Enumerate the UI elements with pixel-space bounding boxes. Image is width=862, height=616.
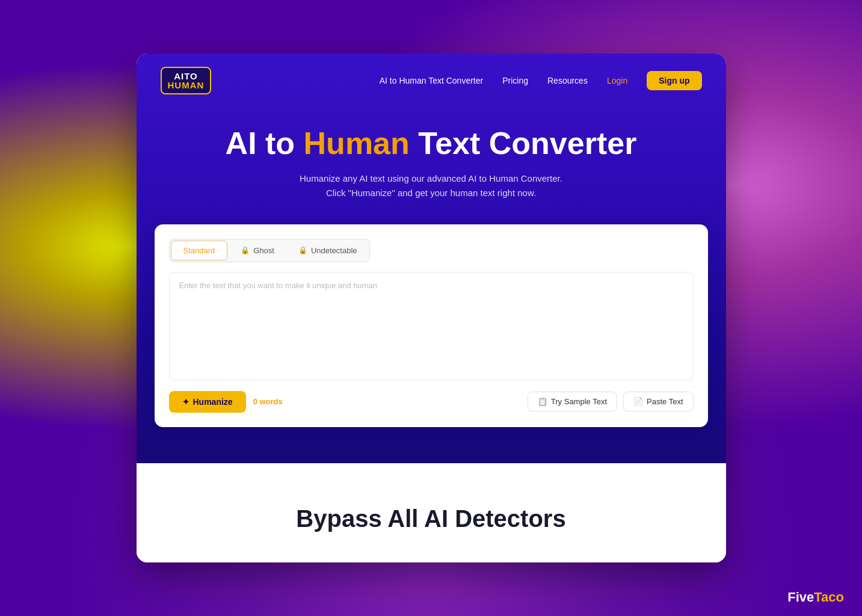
logo-aito: AITO <box>174 72 198 81</box>
hero: AI to Human Text Converter Humanize any … <box>137 108 726 224</box>
word-count-suffix: words <box>257 397 283 406</box>
nav-resources-link[interactable]: Resources <box>547 76 588 85</box>
logo-box: AITO HUMAN <box>161 67 212 94</box>
nav-links: AI to Human Text Converter Pricing Resou… <box>380 71 702 90</box>
humanize-icon: ✦ <box>182 397 189 407</box>
word-count: 0 words <box>253 397 283 406</box>
converter-footer: ✦ Humanize 0 words 📋 Try Sample Text 📄 P… <box>169 391 694 413</box>
tab-standard[interactable]: Standard <box>171 241 228 260</box>
word-count-number: 0 <box>253 397 257 406</box>
hero-subtitle-line2: Click "Humanize" and get your human text… <box>161 186 702 200</box>
main-card: AITO HUMAN AI to Human Text Converter Pr… <box>137 54 726 562</box>
signup-button[interactable]: Sign up <box>647 71 701 90</box>
tabs: Standard 🔒 Ghost 🔒 Undetectable <box>169 239 370 262</box>
watermark-black: Five <box>787 590 814 605</box>
paste-icon: 📄 <box>633 397 643 406</box>
tab-standard-label: Standard <box>183 246 215 255</box>
hero-title-part2: Text Converter <box>410 126 637 161</box>
humanize-label: Humanize <box>193 397 233 407</box>
hero-title-highlight: Human <box>304 126 410 161</box>
converter-card: Standard 🔒 Ghost 🔒 Undetectable ✦ <box>155 224 708 427</box>
logo[interactable]: AITO HUMAN <box>161 67 212 94</box>
lock-icon-undetectable: 🔒 <box>298 246 307 254</box>
sample-icon: 📋 <box>538 397 547 406</box>
humanize-button[interactable]: ✦ Humanize <box>169 391 246 413</box>
tab-undetectable-label: Undetectable <box>311 246 357 255</box>
watermark: FiveTaco <box>787 590 844 605</box>
login-link[interactable]: Login <box>607 76 627 85</box>
tab-ghost[interactable]: 🔒 Ghost <box>229 239 286 262</box>
hero-title: AI to Human Text Converter <box>161 126 702 162</box>
card-bottom: Bypass All AI Detectors <box>137 463 726 562</box>
bypass-title: Bypass All AI Detectors <box>161 505 702 532</box>
tab-ghost-label: Ghost <box>253 246 274 255</box>
tab-undetectable[interactable]: 🔒 Undetectable <box>286 239 369 262</box>
paste-text-label: Paste Text <box>647 397 683 406</box>
text-input[interactable] <box>169 272 694 380</box>
paste-text-button[interactable]: 📄 Paste Text <box>623 392 693 411</box>
try-sample-button[interactable]: 📋 Try Sample Text <box>528 392 617 411</box>
right-actions: 📋 Try Sample Text 📄 Paste Text <box>528 392 694 411</box>
hero-subtitle-line1: Humanize any AI text using our advanced … <box>161 171 702 186</box>
logo-human: HUMAN <box>168 81 205 90</box>
lock-icon-ghost: 🔒 <box>241 246 250 254</box>
hero-section: AITO HUMAN AI to Human Text Converter Pr… <box>137 54 726 463</box>
left-actions: ✦ Humanize 0 words <box>169 391 283 413</box>
nav-converter-link[interactable]: AI to Human Text Converter <box>380 76 483 85</box>
try-sample-label: Try Sample Text <box>551 397 607 406</box>
navbar: AITO HUMAN AI to Human Text Converter Pr… <box>137 54 726 108</box>
hero-title-part1: AI to <box>226 126 304 161</box>
watermark-yellow: Taco <box>814 590 844 605</box>
nav-pricing-link[interactable]: Pricing <box>502 76 528 85</box>
